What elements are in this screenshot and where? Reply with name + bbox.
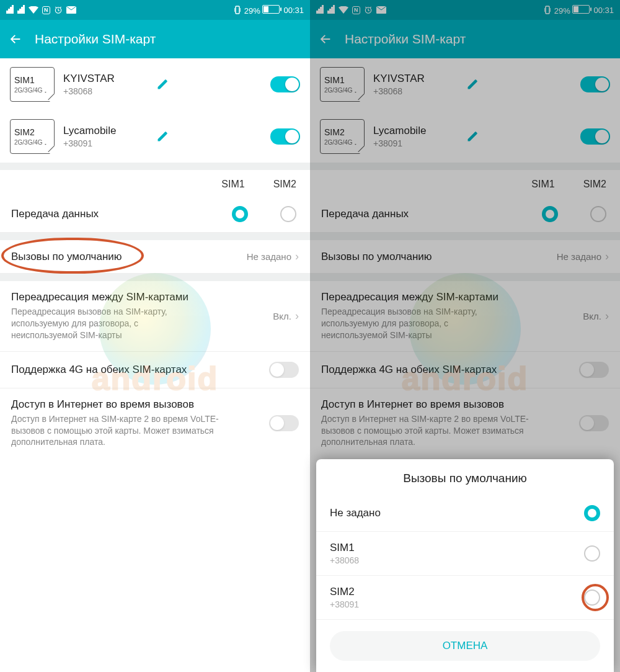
- row-default-calls[interactable]: Вызовы по умолчанию Не задано ›: [0, 240, 310, 274]
- signal-icon: [6, 5, 14, 16]
- row-4g-support[interactable]: Поддержка 4G на обеих SIM-картах: [0, 352, 310, 388]
- svg-rect-2: [236, 6, 239, 14]
- battery-icon: 29%: [244, 5, 280, 16]
- chevron-right-icon: ›: [295, 310, 299, 323]
- radio-sim1[interactable]: [232, 206, 248, 222]
- battery-icon: 29%: [554, 5, 590, 16]
- page-title: Настройки SIM-карт: [35, 32, 156, 47]
- sim-toggle[interactable]: [580, 128, 610, 145]
- phone-right: android N 29% 00:31 Настройки SIM-карт S…: [310, 0, 620, 672]
- sim-row-2[interactable]: SIM2 2G/3G/4G Lycamobile +38091: [0, 110, 310, 163]
- clock-text: 00:31: [593, 6, 614, 15]
- toggle-4g[interactable]: [269, 362, 299, 378]
- row-forwarding[interactable]: Переадресация между SIM-картами Переадре…: [310, 281, 620, 352]
- sim-toggle[interactable]: [580, 76, 610, 92]
- back-icon[interactable]: [9, 32, 22, 46]
- divider: [0, 233, 310, 240]
- sim-card-icon: SIM1 2G/3G/4G: [10, 67, 55, 102]
- row-internet-during-call[interactable]: Доступ в Интернет во время вызовов Досту…: [310, 388, 620, 459]
- wifi-icon: [29, 6, 38, 14]
- row-data-transfer[interactable]: Передача данных: [310, 196, 620, 233]
- row-data-transfer[interactable]: Передача данных: [0, 196, 310, 233]
- alarm-icon: [364, 6, 373, 14]
- edit-icon[interactable]: [156, 78, 169, 91]
- chevron-right-icon: ›: [605, 250, 609, 263]
- sheet-option-not-set[interactable]: Не задано: [316, 495, 614, 532]
- alarm-icon: [54, 6, 63, 14]
- phone-left: android N 29% 00:31 Настройки SIM-карт S…: [0, 0, 310, 672]
- status-bar: N 29% 00:31: [0, 0, 310, 20]
- mail-icon: [376, 6, 386, 14]
- sim-toggle[interactable]: [270, 76, 300, 92]
- sim-card-icon: SIM22G/3G/4G: [320, 119, 365, 154]
- mail-icon: [66, 6, 76, 14]
- toggle-4g[interactable]: [579, 362, 609, 378]
- sim-number: +38091: [63, 138, 148, 148]
- sim-name: Lycamobile: [63, 125, 148, 137]
- radio-sim2[interactable]: [280, 206, 296, 222]
- radio-sim2[interactable]: [590, 206, 606, 222]
- row-internet-during-call[interactable]: Доступ в Интернет во время вызовов Досту…: [0, 388, 310, 459]
- sim-card-icon: SIM12G/3G/4G: [320, 67, 365, 102]
- header: Настройки SIM-карт: [0, 20, 310, 58]
- signal-icon-2: [17, 5, 25, 16]
- status-bar: N 29% 00:31: [310, 0, 620, 20]
- nfc-icon: N: [42, 6, 50, 14]
- nfc-icon: N: [352, 6, 360, 14]
- edit-icon[interactable]: [156, 130, 169, 143]
- row-forwarding[interactable]: Переадресация между SIM-картами Переадре…: [0, 281, 310, 352]
- sim-row-1[interactable]: SIM12G/3G/4G KYIVSTAR +38068: [310, 58, 620, 110]
- vibrate-icon: [544, 6, 551, 14]
- sim-number: +38068: [63, 86, 148, 96]
- radio-unselected[interactable]: [584, 589, 600, 606]
- divider: [0, 274, 310, 281]
- sheet-title: Вызовы по умолчанию: [316, 459, 614, 495]
- sheet-option-sim2[interactable]: SIM2 +38091: [316, 576, 614, 620]
- sim-toggle[interactable]: [270, 128, 300, 145]
- default-calls-sheet: Вызовы по умолчанию Не задано SIM1 +3806…: [316, 459, 614, 672]
- sim-name: KYIVSTAR: [63, 73, 148, 85]
- battery-percent: 29%: [554, 6, 570, 16]
- signal-icon-2: [327, 5, 335, 16]
- clock-text: 00:31: [283, 6, 304, 15]
- battery-percent: 29%: [244, 6, 260, 16]
- radio-unselected[interactable]: [584, 545, 600, 562]
- row-4g-support[interactable]: Поддержка 4G на обеих SIM-картах: [310, 352, 620, 388]
- edit-icon[interactable]: [466, 130, 479, 143]
- chevron-right-icon: ›: [295, 250, 299, 263]
- back-icon[interactable]: [319, 32, 332, 46]
- sheet-option-sim1[interactable]: SIM1 +38068: [316, 532, 614, 576]
- divider: [0, 163, 310, 170]
- radio-sim1[interactable]: [542, 206, 558, 222]
- header: Настройки SIM-карт: [310, 20, 620, 58]
- radio-selected[interactable]: [584, 505, 600, 521]
- column-headers: SIM1 SIM2: [0, 170, 310, 196]
- toggle-internet[interactable]: [269, 415, 299, 431]
- signal-icon: [316, 5, 324, 16]
- sim-card-icon: SIM2 2G/3G/4G: [10, 119, 55, 154]
- toggle-internet[interactable]: [579, 415, 609, 431]
- row-default-calls[interactable]: Вызовы по умолчанию Не задано ›: [310, 240, 620, 274]
- sim-row-1[interactable]: SIM1 2G/3G/4G KYIVSTAR +38068: [0, 58, 310, 110]
- svg-rect-5: [546, 6, 549, 14]
- chevron-right-icon: ›: [605, 310, 609, 323]
- vibrate-icon: [234, 6, 241, 14]
- sim-row-2[interactable]: SIM22G/3G/4G Lycamobile +38091: [310, 110, 620, 163]
- page-title: Настройки SIM-карт: [345, 32, 466, 47]
- edit-icon[interactable]: [466, 78, 479, 91]
- column-headers: SIM1SIM2: [310, 170, 620, 196]
- wifi-icon: [339, 6, 348, 14]
- cancel-button[interactable]: ОТМЕНА: [330, 631, 600, 661]
